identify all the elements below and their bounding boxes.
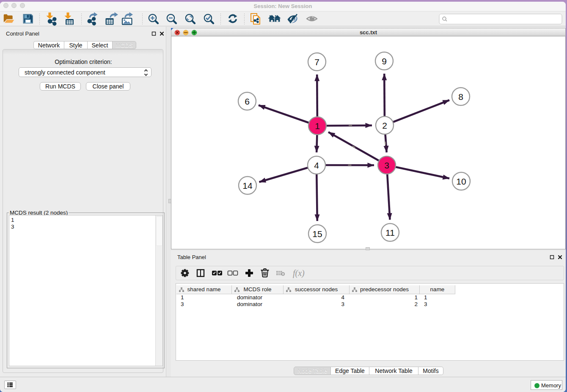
- svg-text:6: 6: [245, 97, 250, 106]
- svg-text:3: 3: [384, 160, 389, 170]
- svg-text:8: 8: [458, 92, 463, 102]
- svg-text:f(x): f(x): [293, 268, 305, 278]
- svg-text:9: 9: [382, 56, 387, 66]
- svg-text:10: 10: [456, 177, 466, 186]
- svg-text:1: 1: [315, 121, 320, 131]
- svg-text:4: 4: [314, 160, 319, 170]
- svg-text:14: 14: [242, 181, 253, 190]
- svg-text:11: 11: [385, 228, 395, 237]
- svg-text:7: 7: [314, 57, 319, 67]
- svg-text:2: 2: [382, 121, 387, 130]
- svg-text:15: 15: [312, 229, 322, 239]
